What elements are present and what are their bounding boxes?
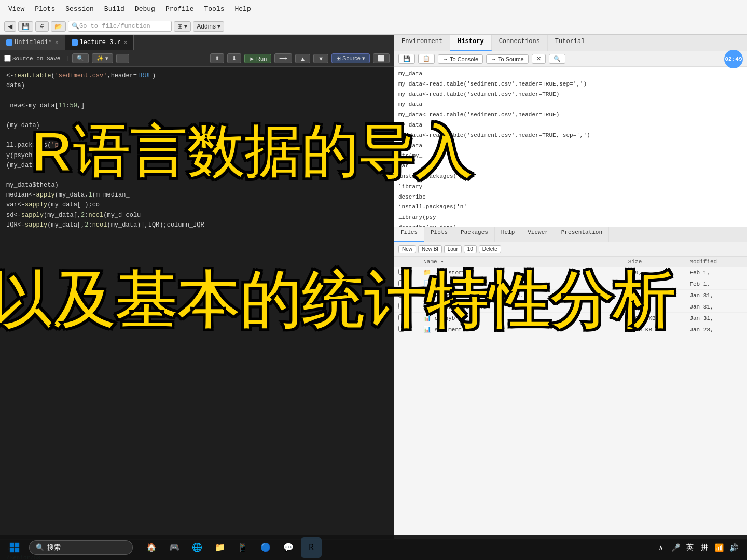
files-tab-plots[interactable]: Plots bbox=[424, 227, 454, 242]
lecture3-close-btn[interactable]: ✕ bbox=[124, 39, 128, 46]
file-row-mydata[interactable]: 📄 my_data_new.txt 3.2 KB Jan 31, bbox=[394, 301, 747, 313]
history-search-btn[interactable]: 🔍 bbox=[549, 54, 565, 64]
files-10-btn[interactable]: 10 bbox=[464, 245, 477, 253]
taskbar-lang-cn[interactable]: 拼 bbox=[699, 542, 710, 553]
history-line-5[interactable]: my_data<-read.table('sediment.csv',heade… bbox=[398, 110, 743, 120]
history-line-2[interactable]: my_data<-read.table('sediment.csv',heade… bbox=[398, 79, 743, 90]
toolbar-goto[interactable]: 📂 bbox=[51, 21, 66, 32]
file-check-mydata[interactable] bbox=[398, 303, 405, 309]
file-row-ass1r[interactable]: 📄 Ass1.R 6 KB Feb 1, bbox=[394, 278, 747, 290]
taskbar-phone-app[interactable]: 📱 bbox=[232, 537, 253, 558]
expand-button[interactable]: ⬜ bbox=[373, 53, 390, 63]
file-check-homework[interactable] bbox=[398, 291, 405, 298]
toolbar-save[interactable]: 💾 bbox=[18, 21, 33, 32]
source-on-save-label[interactable]: Source on Save bbox=[4, 55, 60, 62]
to-console-btn[interactable]: → To Console bbox=[438, 54, 483, 64]
menu-debug[interactable]: Debug bbox=[131, 3, 159, 15]
history-line-8[interactable]: my_data bbox=[398, 141, 743, 151]
run-button[interactable]: ► Run bbox=[244, 54, 271, 63]
menu-help[interactable]: Help bbox=[231, 3, 255, 15]
files-tab-files[interactable]: Files bbox=[394, 227, 424, 242]
file-check-sediment[interactable] bbox=[398, 326, 405, 332]
file-row-otchybrid[interactable]: 📊 otchybrid.csv 999.2 KB Jan 31, bbox=[394, 313, 747, 324]
history-line-6[interactable]: my_data bbox=[398, 120, 743, 131]
files-new-btn[interactable]: New bbox=[398, 245, 416, 253]
files-upload-btn[interactable]: Lour bbox=[444, 245, 462, 253]
files-newbl-btn[interactable]: New Bl bbox=[418, 245, 442, 253]
history-line-9[interactable]: str(my_ bbox=[398, 151, 743, 161]
find-button[interactable]: 🔍 bbox=[72, 53, 89, 63]
menu-profile[interactable]: Profile bbox=[161, 3, 198, 15]
menu-build[interactable]: Build bbox=[100, 3, 129, 15]
taskbar-edge-app[interactable]: 🔵 bbox=[255, 537, 276, 558]
taskbar-r-app[interactable]: R bbox=[301, 537, 322, 558]
history-load-btn[interactable]: 📋 bbox=[418, 54, 435, 64]
toolbar-back[interactable]: ◀ bbox=[4, 21, 16, 32]
file-check-ass1r[interactable] bbox=[398, 280, 405, 286]
history-line-4[interactable]: my_data bbox=[398, 100, 743, 110]
history-line-12[interactable]: library bbox=[398, 182, 743, 192]
files-tab-viewer[interactable]: Viewer bbox=[521, 227, 555, 242]
file-row-sediment[interactable]: 📊 sediment.csv 16.5 KB Jan 28, bbox=[394, 324, 747, 335]
step-button[interactable]: ⟶ bbox=[274, 53, 292, 63]
step-up-button[interactable]: ▲ bbox=[295, 54, 310, 63]
step-down-button[interactable]: ▼ bbox=[313, 54, 328, 63]
files-col-date[interactable]: Modified bbox=[685, 257, 747, 267]
history-line-15[interactable]: library(psy bbox=[398, 213, 743, 223]
taskbar-lang-en[interactable]: 英 bbox=[685, 542, 695, 553]
tab-environment[interactable]: Environment bbox=[394, 35, 450, 51]
history-line-3[interactable]: my_data<-read.table('sediment.csv',heade… bbox=[398, 90, 743, 100]
files-col-name[interactable]: Name ▾ bbox=[419, 257, 624, 267]
taskbar-folder-app[interactable]: 📁 bbox=[210, 537, 230, 558]
source-button[interactable]: ⊞ Source ▾ bbox=[331, 53, 370, 63]
file-check-rhistory[interactable] bbox=[398, 269, 405, 275]
menu-plots[interactable]: Plots bbox=[31, 3, 59, 15]
tab-history[interactable]: History bbox=[450, 35, 491, 51]
format-button[interactable]: ≡ bbox=[116, 54, 129, 63]
jump-down-button[interactable]: ⬇ bbox=[227, 53, 241, 63]
tab-lecture3[interactable]: lecture_3.r ✕ bbox=[65, 35, 134, 50]
files-tab-packages[interactable]: Packages bbox=[454, 227, 495, 242]
taskbar-lighthouse-app[interactable]: 🏠 bbox=[141, 537, 162, 558]
goto-file-search[interactable]: 🔍 Go to file/function bbox=[68, 21, 172, 32]
history-save-btn[interactable]: 💾 bbox=[398, 54, 415, 64]
history-close-btn[interactable]: ✕ bbox=[532, 54, 546, 64]
taskbar-mic-icon[interactable]: 🎤 bbox=[670, 542, 681, 553]
jump-up-button[interactable]: ⬆ bbox=[210, 53, 224, 63]
taskbar-search[interactable]: 🔍 搜索 bbox=[29, 540, 133, 555]
menu-session[interactable]: Session bbox=[61, 3, 98, 15]
taskbar-sound-icon[interactable]: 🔊 bbox=[728, 542, 739, 553]
files-delete-btn[interactable]: Delete bbox=[479, 245, 501, 253]
untitled-close-btn[interactable]: ✕ bbox=[55, 39, 59, 46]
toolbar-print[interactable]: 🖨 bbox=[35, 21, 49, 32]
history-line-1[interactable]: my_data bbox=[398, 69, 743, 79]
files-tab-help[interactable]: Help bbox=[495, 227, 521, 242]
source-on-save-checkbox[interactable] bbox=[4, 55, 11, 62]
file-row-rhistory[interactable]: 📁 .Rhistory 999,... Feb 1, bbox=[394, 267, 747, 278]
history-line-13[interactable]: describe bbox=[398, 192, 743, 203]
taskbar-browser-app[interactable]: 🌐 bbox=[187, 537, 208, 558]
history-line-16[interactable]: describe(my_data) bbox=[398, 223, 743, 227]
history-line-10[interactable]: var bbox=[398, 161, 743, 172]
file-row-homework[interactable]: 📕 Homework-1-data-AY2023-24.pdf 110.3 KB… bbox=[394, 290, 747, 301]
addins-button[interactable]: Addins ▾ bbox=[193, 21, 224, 32]
history-line-7[interactable]: my_data<-read.table('sediment.csv',heade… bbox=[398, 131, 743, 141]
windows-start-button[interactable] bbox=[4, 537, 25, 558]
files-col-size[interactable]: Size bbox=[624, 257, 686, 267]
history-line-14[interactable]: install.packages('n' bbox=[398, 202, 743, 213]
file-check-otchybrid[interactable] bbox=[398, 314, 405, 320]
magic-button[interactable]: ✨ ▾ bbox=[92, 53, 113, 63]
history-line-11[interactable]: install.packages('psy bbox=[398, 172, 743, 182]
taskbar-wifi-icon[interactable]: 📶 bbox=[714, 542, 724, 553]
files-tab-presentation[interactable]: Presentation bbox=[555, 227, 609, 242]
tab-connections[interactable]: Connections bbox=[492, 35, 548, 51]
menu-tools[interactable]: Tools bbox=[200, 3, 228, 15]
taskbar-puzzle-app[interactable]: 🎮 bbox=[164, 537, 185, 558]
menu-view[interactable]: View bbox=[4, 3, 29, 15]
to-source-btn[interactable]: → To Source bbox=[486, 54, 529, 64]
tab-untitled1[interactable]: Untitled1* ✕ bbox=[0, 35, 65, 50]
tab-tutorial[interactable]: Tutorial bbox=[548, 35, 593, 51]
taskbar-up-icon[interactable]: ∧ bbox=[656, 542, 666, 553]
code-editor[interactable]: <-read.table('sediment.csv',header=TRUE)… bbox=[0, 67, 394, 539]
toolbar-grid[interactable]: ⊞ ▾ bbox=[174, 21, 191, 32]
